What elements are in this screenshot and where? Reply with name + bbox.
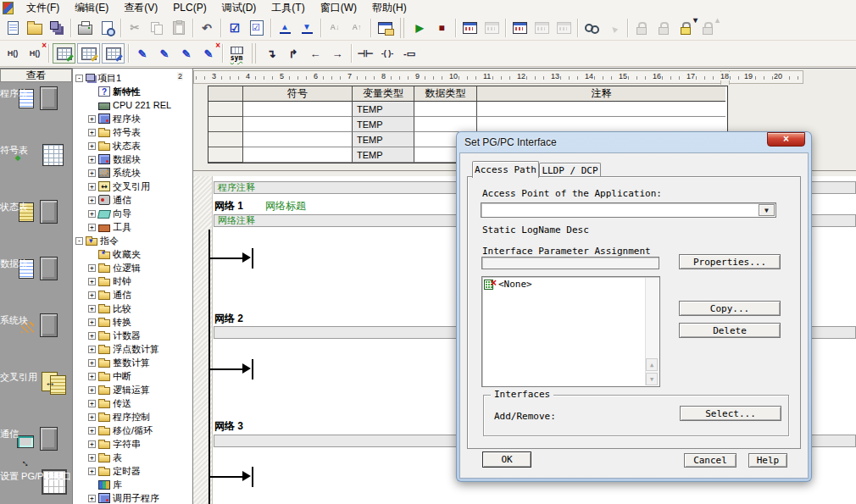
stop-button[interactable]: ■ [431, 19, 452, 37]
force-button[interactable]: ✎ [176, 44, 197, 63]
line-right-button[interactable]: → [327, 44, 347, 63]
expand-icon[interactable]: + [88, 495, 96, 502]
delete-button[interactable]: Delete [679, 323, 781, 338]
tree-item[interactable]: +定时器 [73, 464, 192, 478]
write-all-button[interactable] [553, 19, 574, 37]
compile-button[interactable]: ☑ [225, 19, 245, 37]
tree-item[interactable]: +系统块 [73, 166, 192, 180]
download-button[interactable]: ▼ [297, 19, 317, 37]
table-cell[interactable]: TEMP [353, 132, 414, 147]
delete-network-button[interactable]: H()× [25, 44, 45, 63]
tree-item[interactable]: +程序块 [73, 112, 192, 125]
properties-button[interactable]: Properties... [679, 254, 781, 269]
tree-item[interactable]: +向导 [73, 207, 192, 220]
expand-icon[interactable]: + [88, 346, 96, 353]
tree-item[interactable]: +数据块 [73, 152, 192, 166]
expand-icon[interactable]: + [88, 142, 96, 150]
expand-icon[interactable]: + [88, 210, 96, 218]
expand-icon[interactable]: + [88, 427, 96, 435]
print-preview-button[interactable] [97, 19, 117, 37]
force-write-button[interactable]: ✎ [154, 44, 175, 63]
table-cell[interactable]: TEMP [353, 147, 414, 163]
ok-button[interactable]: OK [482, 451, 531, 468]
expand-icon[interactable]: + [88, 305, 96, 313]
menu-edit[interactable]: 编辑(E) [67, 0, 116, 15]
bookmark-prev-button[interactable]: ▾ [675, 19, 696, 37]
tree-item[interactable]: +程序控制 [73, 410, 192, 424]
row-selector[interactable] [208, 117, 243, 132]
sort-ascending-button[interactable]: A↓ [325, 19, 345, 37]
program-status-button[interactable] [459, 19, 480, 37]
tab-access-path[interactable]: Access Path [472, 161, 539, 178]
interface-parameter-field[interactable] [481, 257, 659, 269]
tree-item[interactable]: +浮点数计算 [73, 342, 192, 356]
pause-program-status-button[interactable] [481, 19, 502, 37]
help-button[interactable]: Help [748, 453, 787, 468]
single-read-button[interactable] [531, 19, 552, 37]
table-cell[interactable]: TEMP [353, 117, 414, 132]
network2-label[interactable]: 网络 2 [214, 312, 243, 326]
view-statement-toggle[interactable] [77, 43, 100, 64]
expand-icon[interactable]: + [88, 264, 96, 272]
expand-icon[interactable]: + [88, 413, 96, 421]
expand-icon[interactable]: + [88, 454, 96, 462]
table-row[interactable]: TEMP [208, 102, 727, 117]
menu-plc[interactable]: PLC(P) [165, 0, 214, 15]
row-selector[interactable] [208, 147, 243, 163]
tree-item[interactable]: +计数器 [73, 329, 192, 342]
line-down-button[interactable]: ↴ [261, 44, 281, 63]
tree-item[interactable]: +逻辑运算 [73, 383, 192, 396]
bookmark-toggle-button[interactable] [631, 19, 652, 37]
expand-icon[interactable]: + [88, 468, 96, 475]
expand-icon[interactable]: + [88, 359, 96, 367]
insert-contact-button[interactable]: ⊣⊢ [355, 44, 375, 63]
expand-icon[interactable]: + [88, 291, 96, 299]
collapse-icon[interactable]: - [75, 237, 83, 245]
row-selector[interactable] [208, 132, 243, 147]
view-fbd-toggle[interactable] [102, 43, 125, 64]
network1-label[interactable]: 网络 1网络标题 [214, 199, 306, 213]
tree-item[interactable]: +时钟 [73, 274, 192, 288]
expand-icon[interactable]: + [88, 278, 96, 285]
tree-item[interactable]: +位逻辑 [73, 261, 192, 274]
expand-icon[interactable]: + [88, 115, 96, 123]
tree-item[interactable]: +调用子程序 [73, 491, 192, 504]
clear-bookmarks-button[interactable]: ▴ [698, 19, 718, 37]
table-cell[interactable] [477, 117, 725, 132]
access-point-combobox[interactable]: ▼ [481, 202, 776, 218]
tree-item[interactable]: +通信 [73, 193, 192, 207]
tree-item[interactable]: +交叉引用 [73, 180, 192, 193]
expand-icon[interactable]: + [88, 183, 96, 191]
bookmark-next-button[interactable] [653, 19, 674, 37]
expand-icon[interactable]: + [88, 129, 96, 136]
new-file-button[interactable] [3, 19, 23, 37]
expand-icon[interactable]: + [88, 332, 96, 340]
tree-item[interactable]: +比较 [73, 302, 192, 315]
table-cell[interactable] [243, 147, 353, 163]
tree-item[interactable]: +工具 [73, 220, 192, 234]
table-cell[interactable]: TEMP [353, 102, 414, 117]
expand-icon[interactable]: + [88, 169, 96, 177]
tree-item[interactable]: +CPU 221 REL [73, 98, 192, 112]
line-left-button[interactable]: ← [305, 44, 325, 63]
list-item-none[interactable]: <None> [482, 277, 659, 291]
tree-item[interactable]: +中断 [73, 369, 192, 383]
tree-item[interactable]: +移位/循环 [73, 424, 192, 437]
expand-icon[interactable]: + [88, 386, 96, 394]
expand-icon[interactable]: + [88, 373, 96, 380]
tree-item[interactable]: +符号表 [73, 125, 192, 139]
dialog-close-button[interactable]: × [767, 132, 805, 147]
table-cell[interactable] [243, 102, 353, 117]
table-cell[interactable] [414, 102, 477, 117]
menu-file[interactable]: 文件(F) [19, 0, 67, 15]
force-read-button[interactable]: ✎ [132, 44, 153, 63]
table-cell[interactable] [414, 117, 477, 132]
menu-tools[interactable]: 工具(T) [264, 0, 312, 15]
compile-all-button[interactable]: ☑ [247, 19, 267, 37]
view-ladder-toggle[interactable] [53, 43, 75, 64]
chart-status-button[interactable] [509, 19, 530, 37]
select-button[interactable]: Select... [680, 406, 781, 421]
insert-box-button[interactable]: -▭ [399, 44, 420, 63]
upload-button[interactable]: ▲ [275, 19, 295, 37]
tree-item[interactable]: +新特性 [73, 85, 192, 98]
